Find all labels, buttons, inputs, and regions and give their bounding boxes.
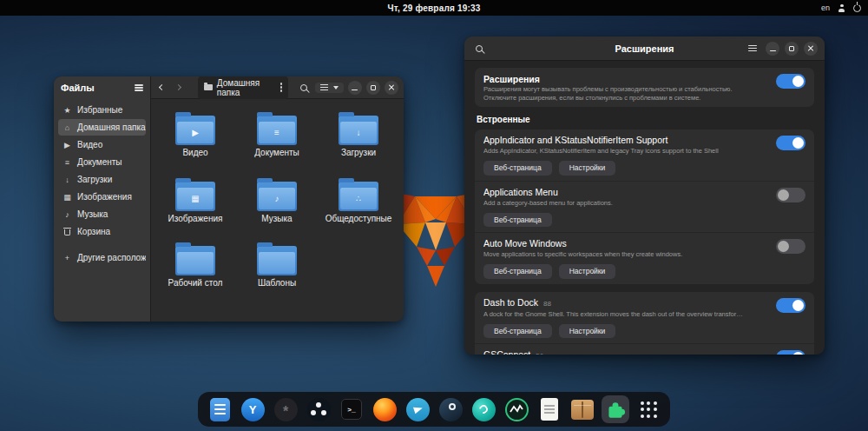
extensions-content: Расширения Расширения могут вызывать про… — [464, 61, 825, 355]
dock-item-spider-app[interactable]: * — [272, 395, 299, 423]
chevron-down-icon — [333, 86, 339, 90]
sidebar-item-home[interactable]: ⌂ Домашняя папка — [58, 119, 146, 136]
image-icon: ▦ — [62, 193, 72, 202]
dock-item-archive-manager[interactable] — [569, 395, 596, 423]
system-tray[interactable]: en — [821, 0, 861, 16]
settings-button[interactable]: Настройки — [559, 161, 616, 176]
keyboard-layout-indicator[interactable]: en — [821, 3, 830, 12]
website-button[interactable]: Веб-страница — [483, 264, 552, 279]
close-button[interactable] — [385, 81, 398, 95]
sidebar-item-label: Домашняя папка — [77, 123, 146, 132]
dock-item-extensions[interactable] — [602, 395, 629, 423]
dock-item-cyan-app[interactable] — [470, 395, 497, 423]
folder-desktop[interactable]: Рабочий стол — [155, 242, 235, 288]
kebab-menu-icon[interactable] — [280, 86, 282, 89]
sidebar-item-music[interactable]: ♪ Музыка — [58, 206, 146, 222]
extension-toggle[interactable] — [776, 298, 806, 313]
dock-item-terminal[interactable]: >_ — [338, 395, 365, 423]
maximize-button[interactable] — [366, 81, 380, 95]
folder-music[interactable]: ♪ Музыка — [237, 177, 317, 224]
music-icon: ♪ — [62, 210, 72, 219]
sidebar-item-trash[interactable]: Корзина — [58, 223, 146, 240]
website-button[interactable]: Веб-страница — [483, 324, 552, 339]
close-button[interactable] — [804, 42, 818, 56]
extension-toggle[interactable] — [776, 136, 806, 150]
power-icon[interactable] — [853, 4, 861, 12]
path-bar[interactable]: Домашняя папка — [198, 76, 289, 100]
minimize-button[interactable] — [348, 81, 362, 95]
search-button[interactable] — [297, 80, 311, 96]
folder-downloads[interactable]: ↓ Загрузки — [319, 111, 398, 158]
dock-item-system-monitor[interactable] — [503, 395, 530, 423]
global-toggle-description: Расширения могут вызывать проблемы с про… — [483, 85, 751, 102]
minimize-button[interactable] — [766, 42, 779, 56]
folder-label: Общедоступные — [326, 214, 392, 224]
y-app-icon: Y — [241, 398, 265, 421]
settings-button[interactable]: Настройки — [559, 264, 616, 279]
files-window: Файлы ★ Избранные ⌂ Домашняя папка ▶ Вид… — [54, 76, 404, 322]
sidebar-item-pictures[interactable]: ▦ Изображения — [58, 189, 146, 205]
desktop: Чт, 29 февраля 19:33 en Файлы — [0, 0, 868, 431]
dock-item-obs-studio[interactable] — [305, 395, 332, 423]
telegram-icon — [406, 398, 430, 421]
global-toggle-title: Расширения — [483, 73, 767, 85]
folder-public[interactable]: ∴ Общедоступные — [319, 177, 398, 224]
extension-toggle[interactable] — [776, 188, 806, 202]
clock[interactable]: Чт, 29 февраля 19:33 — [387, 3, 480, 13]
website-button[interactable]: Веб-страница — [483, 161, 552, 176]
firefox-icon — [373, 398, 397, 421]
extensions-puzzle-icon — [604, 398, 627, 421]
back-button[interactable] — [156, 81, 168, 95]
view-toggle-button[interactable] — [315, 83, 344, 93]
folder-documents[interactable]: ≡ Документы — [237, 111, 317, 158]
video-icon: ▶ — [62, 141, 72, 149]
forward-button[interactable] — [173, 81, 185, 95]
menu-button[interactable] — [745, 41, 760, 56]
folder-icon — [257, 246, 297, 275]
version-badge: 56 — [536, 352, 543, 355]
user-icon[interactable] — [838, 4, 845, 12]
extension-toggle[interactable] — [776, 350, 806, 355]
sidebar-item-videos[interactable]: ▶ Видео — [58, 136, 146, 153]
menu-icon — [748, 48, 757, 50]
spider-app-icon: * — [274, 398, 298, 421]
dock-item-firefox[interactable] — [371, 395, 398, 423]
show-apps-grid-icon — [641, 401, 657, 418]
dock-item-y-app[interactable]: Y — [239, 395, 266, 423]
dock-item-text-editor[interactable] — [536, 395, 563, 423]
sidebar-item-favorites[interactable]: ★ Избранные — [58, 102, 146, 118]
global-extensions-toggle[interactable] — [776, 74, 806, 89]
extensions-window: Расширения Расширения Расширения могут в… — [464, 36, 825, 355]
folder-templates[interactable]: Шаблоны — [237, 242, 317, 288]
folder-label: Загрузки — [341, 148, 376, 158]
folder-label: Музыка — [261, 214, 292, 224]
sidebar-item-other-locations[interactable]: + Другие расположения — [58, 249, 146, 266]
settings-button[interactable]: Настройки — [559, 324, 616, 339]
extension-toggle[interactable] — [776, 239, 806, 254]
dock-item-telegram[interactable] — [404, 395, 431, 423]
folder-label: Шаблоны — [258, 278, 296, 288]
dock-item-steam[interactable] — [437, 395, 464, 423]
document-icon: ≡ — [62, 158, 72, 167]
dock: Y * >_ — [198, 392, 670, 427]
sidebar-item-documents[interactable]: ≡ Документы — [58, 154, 146, 170]
cyan-app-icon — [472, 398, 496, 421]
sidebar-item-downloads[interactable]: ↓ Загрузки — [58, 171, 146, 188]
maximize-button[interactable] — [785, 42, 799, 56]
folder-icon: ▶ — [175, 116, 215, 145]
section-label-builtin: Встроенные — [477, 115, 812, 124]
search-button[interactable] — [471, 41, 487, 56]
dock-item-show-apps[interactable] — [635, 395, 662, 423]
folder-videos[interactable]: ▶ Видео — [155, 111, 235, 158]
sidebar-item-label: Избранные — [77, 105, 122, 115]
star-icon: ★ — [62, 106, 72, 115]
sidebar-item-label: Корзина — [77, 227, 110, 236]
extension-description: Move applications to specific workspaces… — [483, 250, 767, 259]
close-icon — [388, 84, 395, 91]
menu-icon[interactable] — [135, 87, 143, 89]
folder-pictures[interactable]: ▦ Изображения — [155, 177, 235, 224]
dock-item-files[interactable] — [206, 395, 233, 423]
version-badge: 88 — [543, 300, 551, 308]
website-button[interactable]: Веб-страница — [483, 213, 552, 228]
top-bar: Чт, 29 февраля 19:33 en — [0, 0, 868, 16]
